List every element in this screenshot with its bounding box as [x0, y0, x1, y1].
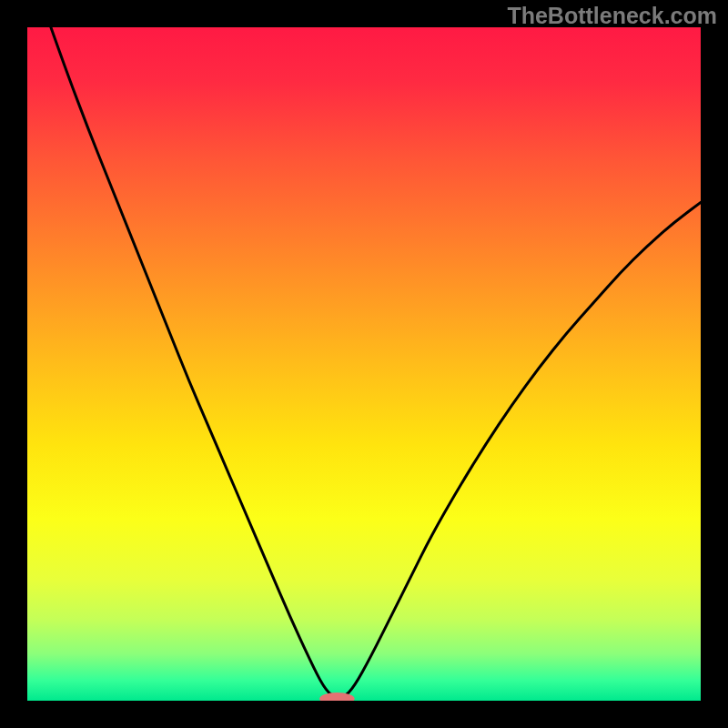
frame-right	[701, 0, 728, 728]
watermark-text: TheBottleneck.com	[507, 3, 717, 29]
plot-background	[27, 27, 701, 701]
bottleneck-chart	[0, 0, 728, 728]
frame-bottom	[0, 701, 728, 728]
chart-container: TheBottleneck.com	[0, 0, 728, 728]
frame-left	[0, 0, 27, 728]
